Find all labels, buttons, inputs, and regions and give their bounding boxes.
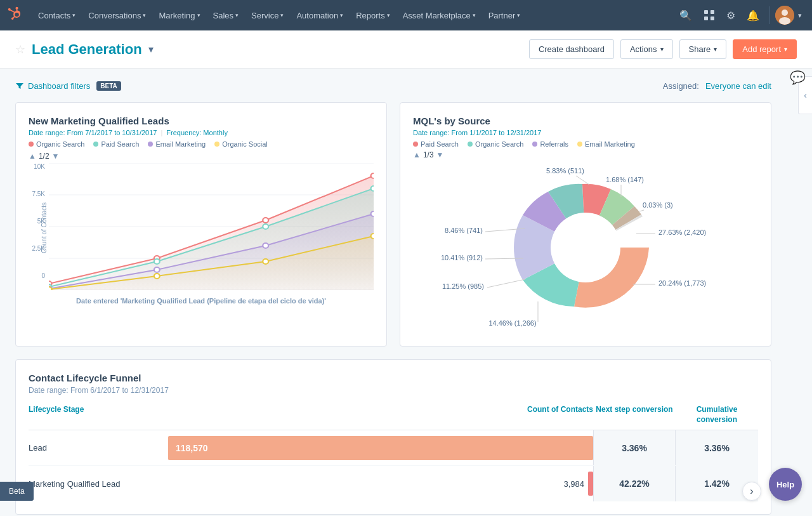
nav-item-sales[interactable]: Sales▾ [207,0,246,30]
svg-text:20.24% (1,773): 20.24% (1,773) [658,279,706,287]
svg-point-18 [263,224,268,229]
chart2-date-range: Date range: From 1/1/2017 to 12/31/2017 [413,129,541,136]
col-stage: Lifecycle Stage [29,405,168,425]
svg-point-15 [371,173,374,178]
svg-point-23 [371,211,374,216]
sub-header: ☆ Lead Generation ▾ Create dashboard Act… [0,30,812,69]
nav-item-partner[interactable]: Partner▾ [482,0,527,30]
nav-item-contacts[interactable]: Contacts▾ [32,0,82,30]
svg-point-24 [49,287,51,290]
svg-rect-1 [710,10,714,14]
page-title-chevron-icon[interactable]: ▾ [148,43,154,55]
table-row: Lead 118,570 3.36% 3.36% [29,430,758,466]
add-report-button[interactable]: Add report▾ [733,39,797,59]
col-count: Count of Contacts [168,405,593,425]
chart2-up-arrow[interactable]: ▲ [413,150,421,159]
lead-stage-label: Lead [29,443,47,453]
svg-rect-3 [710,17,714,20]
chart1-title: New Marketing Qualified Leads [29,116,374,126]
cards-row: New Marketing Qualified Leads Date range… [15,102,771,347]
svg-text:10.41% (912): 10.41% (912) [441,254,483,261]
svg-point-27 [371,234,374,239]
chart2-down-arrow[interactable]: ▼ [436,150,444,159]
svg-text:8.46% (741): 8.46% (741) [445,227,483,234]
lead-next-conversion: 3.36% [593,430,676,465]
mql-stage-label: Marketing Qualified Lead [29,479,121,489]
funnel-date-range: Date range: From 6/1/2017 to 12/31/2017 [29,386,758,395]
svg-text:14.46% (1,266): 14.46% (1,266) [488,319,536,327]
svg-text:5.83% (511): 5.83% (511) [546,167,584,175]
next-page-arrow[interactable]: › [742,482,761,501]
svg-point-6 [779,17,790,25]
search-button[interactable]: 🔍 [674,6,697,25]
hubspot-logo[interactable] [8,6,23,25]
settings-button[interactable]: ⚙ [721,6,740,25]
svg-point-22 [263,243,268,248]
chart2-page: 1/3 [423,150,434,159]
nav-item-automation[interactable]: Automation▾ [290,0,350,30]
legend-item-organic-social: Organic Social [214,140,268,148]
chart2-title: MQL's by Source [413,116,758,126]
assigned-link[interactable]: Everyone can edit [705,81,771,91]
filter-icon [15,82,24,91]
chart1-frequency: Frequency: Monthly [166,129,228,136]
chart1-date-range: Date range: From 7/1/2017 to 10/31/2017 [29,129,157,136]
help-button[interactable]: Help [769,468,802,501]
beta-badge: BETA [96,81,121,91]
page-title: Lead Generation [32,41,142,58]
nav-icons: 🔍 ⚙ 🔔 ▾ [674,6,804,25]
svg-rect-2 [704,17,708,20]
mql-next-conversion: 42.22% [593,466,676,501]
table-row: Marketing Qualified Lead 3,984 42.22% 1.… [29,466,758,501]
create-dashboard-button[interactable]: Create dashboard [529,39,614,59]
main-content: Dashboard filters BETA Assigned: Everyon… [0,69,787,516]
chart1-page: 1/2 [39,152,49,161]
nav-item-reports[interactable]: Reports▾ [350,0,396,30]
col-cumulative: Cumulative conversion [676,405,758,425]
svg-text:0.03% (3): 0.03% (3) [643,201,673,209]
legend-item-email-marketing: Email Marketing [148,140,206,148]
share-button[interactable]: Share▾ [679,39,727,59]
up-arrow-icon[interactable]: ▲ [29,152,36,161]
new-mql-card: New Marketing Qualified Leads Date range… [15,102,387,347]
nav-avatar[interactable] [775,6,794,25]
svg-point-19 [371,186,374,191]
mql-count: 3,984 [563,479,584,489]
lead-cumulative-conversion: 3.36% [676,430,758,465]
svg-line-46 [576,176,589,185]
svg-point-21 [154,267,160,272]
svg-point-25 [154,274,160,279]
svg-point-17 [154,259,160,264]
svg-line-50 [639,210,644,211]
page-star-icon[interactable]: ☆ [15,43,25,56]
col-next: Next step conversion [593,405,676,425]
nav-item-service[interactable]: Service▾ [245,0,290,30]
legend-item-paid-search: Paid Search [93,140,139,148]
marketplace-button[interactable] [698,6,720,25]
dashboard-filters-button[interactable]: Dashboard filters [15,81,90,91]
top-nav: Contacts▾ Conversations▾ Marketing▾ Sale… [0,0,812,30]
funnel-card: Contact Lifecycle Funnel Date range: Fro… [15,359,771,515]
nav-item-marketing[interactable]: Marketing▾ [152,0,206,30]
legend-item-organic-search: Organic Search [29,140,84,148]
notifications-button[interactable]: 🔔 [742,6,764,25]
svg-line-40 [487,279,525,288]
svg-point-14 [263,218,268,223]
nav-item-asset-marketplace[interactable]: Asset Marketplace▾ [396,0,482,30]
svg-rect-0 [704,10,708,14]
nav-chevron-button[interactable]: ▾ [796,11,804,20]
beta-button[interactable]: Beta [0,482,34,501]
svg-text:11.25% (985): 11.25% (985) [442,282,484,290]
svg-text:1.68% (147): 1.68% (147) [606,176,644,183]
lead-count: 118,570 [176,443,208,453]
chat-icon[interactable]: 💬 [790,70,806,85]
svg-point-32 [551,213,620,282]
actions-button[interactable]: Actions▾ [620,39,673,59]
down-arrow-icon[interactable]: ▼ [52,152,60,161]
mql-by-source-card: MQL's by Source Date range: From 1/1/201… [400,102,771,347]
svg-point-26 [263,259,268,264]
svg-text:27.63% (2,420): 27.63% (2,420) [658,228,706,236]
chart1-x-label: Date entered 'Marketing Qualified Lead (… [29,297,374,305]
nav-item-conversations[interactable]: Conversations▾ [82,0,152,30]
funnel-title: Contact Lifecycle Funnel [29,373,758,383]
